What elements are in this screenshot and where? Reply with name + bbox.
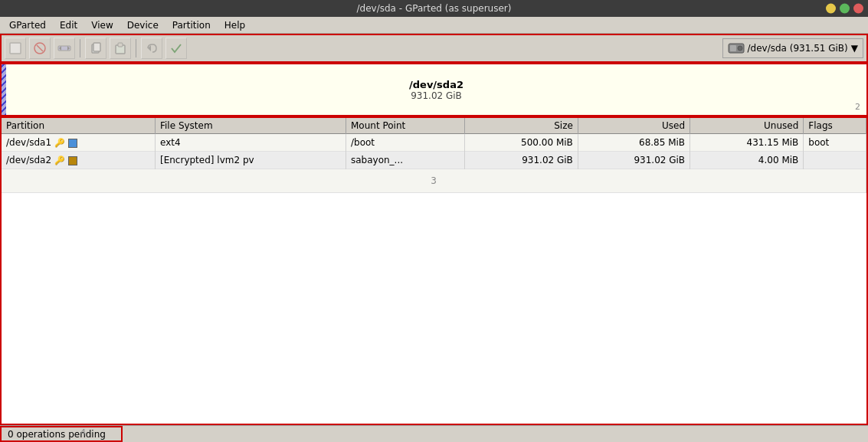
toolbar: 1 /dev/sda (931.51 GiB) ▼	[0, 34, 868, 63]
svg-rect-12	[730, 45, 736, 51]
titlebar: /dev/sda - GParted (as superuser)	[0, 0, 868, 17]
title-text: /dev/sda - GParted (as superuser)	[357, 3, 512, 14]
disk-partition-label: /dev/sda2	[409, 79, 463, 90]
row2-size: 931.02 GiB	[464, 152, 578, 169]
col-mount: Mount Point	[346, 118, 464, 134]
undo-button[interactable]	[141, 38, 162, 59]
menu-gparted[interactable]: GParted	[3, 18, 52, 32]
apply-button[interactable]	[165, 38, 187, 59]
table-row[interactable]: /dev/sda2 🔑 [Encrypted] lvm2 pv sabayon_…	[2, 152, 866, 169]
menu-device[interactable]: Device	[121, 18, 165, 32]
disk-visual: /dev/sda2 931.02 GiB 2	[0, 63, 868, 116]
row2-used: 931.02 GiB	[578, 152, 689, 169]
row1-fs-color	[68, 139, 77, 148]
svg-rect-7	[93, 43, 100, 51]
disk-partition-size: 931.02 GiB	[411, 90, 462, 101]
minimize-button[interactable]	[826, 4, 836, 14]
row1-partition: /dev/sda1 🔑	[2, 134, 155, 152]
resize-move-button[interactable]	[54, 38, 75, 59]
svg-rect-0	[10, 43, 21, 54]
menu-view[interactable]: View	[85, 18, 119, 32]
copy-button[interactable]	[85, 38, 106, 59]
col-size: Size	[464, 118, 578, 134]
row2-mount: sabayon_...	[346, 152, 464, 169]
row2-partition: /dev/sda2 🔑	[2, 152, 155, 169]
row1-partition-name: /dev/sda1	[6, 137, 51, 148]
menubar: GParted Edit View Device Partition Help	[0, 17, 868, 34]
row1-unused: 431.15 MiB	[690, 134, 804, 152]
table-header: Partition File System Mount Point Size U…	[2, 118, 866, 134]
toolbar-sep2	[136, 39, 136, 57]
col-filesystem: File System	[155, 118, 346, 134]
col-unused: Unused	[690, 118, 804, 134]
ops-pending-label: 0 operations pending	[8, 429, 106, 440]
row2-key-icon: 🔑	[54, 156, 65, 165]
device-selector[interactable]: /dev/sda (931.51 GiB) ▼	[722, 38, 864, 58]
new-button[interactable]	[5, 38, 26, 59]
table-number-row: 3	[2, 169, 866, 193]
svg-rect-9	[118, 43, 123, 47]
table-body: /dev/sda1 🔑 ext4 /boot 500.00 MiB 68.85 …	[2, 134, 866, 193]
menu-edit[interactable]: Edit	[54, 18, 84, 32]
toolbar-sep1	[80, 39, 80, 57]
ops-pending: 0 operations pending	[0, 426, 123, 442]
row1-used: 68.85 MiB	[578, 134, 689, 152]
partition-table-container: Partition File System Mount Point Size U…	[0, 116, 868, 425]
device-dropdown-arrow: ▼	[851, 43, 858, 54]
row1-flags: boot	[804, 134, 866, 152]
close-button[interactable]	[853, 4, 863, 14]
table-number: 3	[2, 169, 866, 193]
row1-mount: /boot	[346, 134, 464, 152]
row1-size: 500.00 MiB	[464, 134, 578, 152]
row2-unused: 4.00 MiB	[690, 152, 804, 169]
row1-filesystem: ext4	[155, 134, 346, 152]
disk-icon	[728, 42, 745, 54]
device-label: /dev/sda (931.51 GiB)	[748, 43, 848, 54]
svg-point-13	[738, 46, 742, 51]
table-row[interactable]: /dev/sda1 🔑 ext4 /boot 500.00 MiB 68.85 …	[2, 134, 866, 152]
maximize-button[interactable]	[840, 4, 850, 14]
partition-table: Partition File System Mount Point Size U…	[2, 118, 866, 193]
delete-button[interactable]	[29, 38, 51, 59]
col-partition: Partition	[2, 118, 155, 134]
menu-help[interactable]: Help	[218, 18, 251, 32]
disk-visual-number: 2	[855, 102, 860, 112]
col-flags: Flags	[804, 118, 866, 134]
disk-partition-block[interactable]: /dev/sda2 931.02 GiB	[6, 64, 866, 115]
statusbar: 0 operations pending 4	[0, 425, 868, 442]
row2-partition-name: /dev/sda2	[6, 155, 51, 165]
menu-partition[interactable]: Partition	[166, 18, 217, 32]
disk-visual-inner: /dev/sda2 931.02 GiB	[2, 64, 866, 115]
col-used: Used	[578, 118, 689, 134]
window-controls	[826, 4, 863, 14]
row1-key-icon: 🔑	[54, 138, 65, 148]
row2-filesystem: [Encrypted] lvm2 pv	[155, 152, 346, 169]
row2-flags	[804, 152, 866, 169]
row2-fs-color	[68, 156, 77, 165]
paste-button[interactable]	[110, 38, 131, 59]
statusbar-number: 4	[80, 427, 86, 437]
svg-line-2	[37, 45, 43, 51]
